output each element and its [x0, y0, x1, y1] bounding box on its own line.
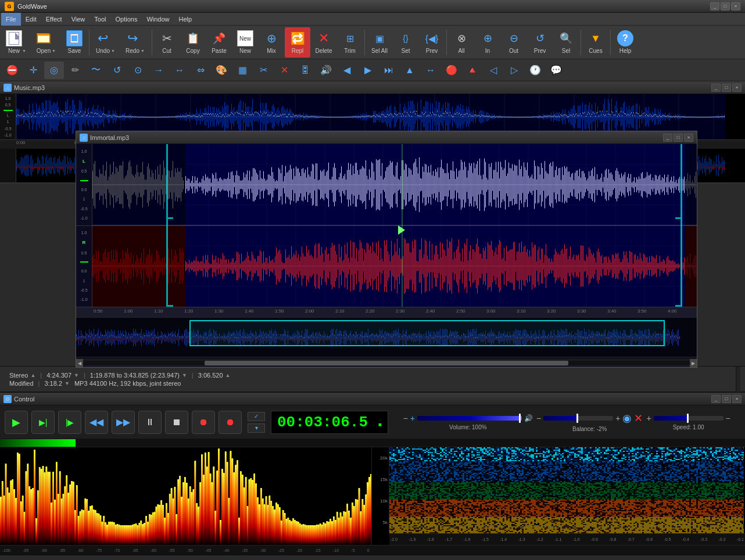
- sec-r1[interactable]: 🔴: [442, 62, 461, 79]
- sec-spectrum[interactable]: ▦: [232, 62, 252, 79]
- sec-volume[interactable]: 🔊: [316, 62, 336, 79]
- selection-down[interactable]: ▼: [182, 372, 187, 378]
- check-a[interactable]: ✓: [248, 412, 265, 421]
- cues-button[interactable]: ▼ Cues: [583, 27, 608, 58]
- sec-reverse[interactable]: ↔: [421, 62, 440, 79]
- play-btn[interactable]: ▶: [5, 411, 28, 434]
- sec-chat[interactable]: 💬: [546, 62, 566, 79]
- all-button[interactable]: ⊗ All: [449, 27, 474, 58]
- paste-button[interactable]: 📌 Paste: [206, 27, 232, 58]
- h-scrollbar[interactable]: ◀ ▶: [76, 359, 697, 367]
- immortal-close[interactable]: ×: [684, 134, 693, 142]
- menu-window[interactable]: Window: [142, 13, 174, 26]
- pause-btn[interactable]: ⏸: [138, 411, 162, 434]
- sec-r2[interactable]: 🔺: [463, 62, 482, 79]
- menu-options[interactable]: Options: [110, 13, 142, 26]
- speed-thumb[interactable]: [687, 414, 689, 423]
- maximize-btn[interactable]: □: [721, 2, 730, 10]
- speed-minus[interactable]: +: [646, 414, 651, 423]
- scroll-left[interactable]: ◀: [76, 359, 83, 367]
- sec-stretch[interactable]: ⇔: [191, 62, 210, 79]
- vol-minus[interactable]: −: [403, 414, 408, 423]
- sec-wave[interactable]: 〜: [86, 62, 106, 79]
- music-maximize[interactable]: □: [722, 84, 731, 92]
- record-btn[interactable]: ⏺: [192, 411, 215, 434]
- sec-fwd[interactable]: ▶: [358, 62, 378, 79]
- stop-btn[interactable]: ⏹: [165, 411, 188, 434]
- selall-button[interactable]: ▣ Sel All: [367, 27, 392, 58]
- menu-help[interactable]: Help: [174, 13, 197, 26]
- position-up[interactable]: ▲: [225, 372, 231, 378]
- in-button[interactable]: ⊕ In: [475, 27, 500, 58]
- menu-file[interactable]: File: [1, 13, 21, 26]
- sec-cross[interactable]: ✕: [274, 62, 294, 79]
- sec-select[interactable]: ◎: [44, 62, 64, 79]
- scroll-right[interactable]: ▶: [690, 359, 697, 367]
- sec-color[interactable]: 🎨: [212, 62, 231, 79]
- menu-view[interactable]: View: [67, 13, 90, 26]
- ff-btn[interactable]: ▶▶: [112, 411, 135, 434]
- bal-minus[interactable]: −: [536, 414, 541, 423]
- volume-thumb[interactable]: [519, 414, 521, 423]
- next-btn[interactable]: ▶|: [31, 411, 55, 434]
- volume-slider[interactable]: [417, 416, 522, 421]
- rewind-btn[interactable]: ◀◀: [85, 411, 108, 434]
- sec-pitch[interactable]: ▲: [400, 62, 420, 79]
- set-button[interactable]: {} Set: [393, 27, 418, 58]
- undo-button[interactable]: ↩ Undo ▼: [91, 27, 120, 58]
- out-button[interactable]: ⊖ Out: [501, 27, 526, 58]
- sec-r3[interactable]: ◁: [483, 62, 503, 79]
- repl-button[interactable]: 🔁 Repl: [285, 27, 310, 58]
- new2-button[interactable]: New New: [232, 27, 258, 58]
- sec-loop[interactable]: ↺: [107, 62, 127, 79]
- sel-button[interactable]: 🔍 Sel: [553, 27, 579, 58]
- record2-btn[interactable]: ⏺: [219, 411, 242, 434]
- open-button[interactable]: Open ▼: [32, 27, 61, 58]
- balance-x[interactable]: ✕: [634, 412, 643, 425]
- prev2-button[interactable]: ↺ Prev: [527, 27, 553, 58]
- vol-speaker-icon[interactable]: 🔊: [524, 414, 533, 422]
- skip-btn[interactable]: |▶: [58, 411, 81, 434]
- save-button[interactable]: Save: [62, 27, 87, 58]
- channel-up[interactable]: ▲: [30, 372, 35, 378]
- cut-button[interactable]: ✂ Cut: [154, 27, 180, 58]
- mix-button[interactable]: ⊕ Mix: [259, 27, 284, 58]
- redo-button[interactable]: ↪ Redo ▼: [121, 27, 150, 58]
- speed-plus[interactable]: −: [726, 414, 730, 423]
- immortal-maximize[interactable]: □: [674, 134, 683, 142]
- duration-down[interactable]: ▼: [74, 372, 79, 378]
- trim-button[interactable]: ⊞ Trim: [337, 27, 363, 58]
- copy-button[interactable]: 📋 Copy: [180, 27, 206, 58]
- new-button[interactable]: New ▼: [2, 27, 31, 58]
- close-btn[interactable]: ×: [731, 2, 740, 10]
- sec-zoom-sel[interactable]: ⊙: [128, 62, 148, 79]
- minimize-btn[interactable]: _: [710, 2, 719, 10]
- music-minimize[interactable]: _: [711, 84, 721, 92]
- balance-slider[interactable]: [543, 416, 613, 421]
- resize-handle[interactable]: [736, 367, 740, 392]
- bal-plus[interactable]: +: [615, 414, 620, 423]
- sec-stop[interactable]: ⛔: [2, 62, 22, 79]
- balance-thumb[interactable]: [576, 414, 578, 423]
- format-down[interactable]: ▼: [65, 380, 70, 386]
- sec-scissors[interactable]: ✂: [253, 62, 273, 79]
- control-minimize[interactable]: _: [711, 395, 721, 403]
- vol-plus[interactable]: +: [410, 414, 415, 423]
- sec-palette[interactable]: 🎛: [295, 62, 315, 79]
- scroll-thumb[interactable]: [205, 361, 568, 365]
- sec-pencil[interactable]: ✏: [65, 62, 85, 79]
- check-b[interactable]: ▾: [248, 423, 265, 433]
- menu-edit[interactable]: Edit: [21, 13, 41, 26]
- control-close[interactable]: ×: [732, 395, 742, 403]
- prev-button[interactable]: {◀} Prev: [419, 27, 445, 58]
- sec-arrow[interactable]: →: [149, 62, 169, 79]
- menu-effect[interactable]: Effect: [41, 13, 67, 26]
- sec-speed[interactable]: ⏭: [379, 62, 399, 79]
- sec-clock[interactable]: 🕐: [525, 62, 545, 79]
- sec-r4[interactable]: ▷: [504, 62, 524, 79]
- sec-back[interactable]: ◀: [337, 62, 357, 79]
- delete-button[interactable]: ✕ Delete: [311, 27, 336, 58]
- sec-zoom-out2[interactable]: ↔: [170, 62, 189, 79]
- control-maximize[interactable]: □: [722, 395, 731, 403]
- immortal-minimize[interactable]: _: [663, 134, 672, 142]
